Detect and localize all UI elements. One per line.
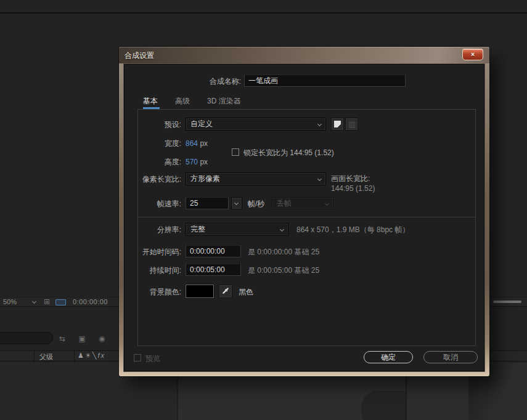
start-timecode-label: 开始时间码: [129, 246, 181, 258]
grid-guides-icon[interactable]: ⊞ [44, 298, 50, 306]
resolution-select[interactable]: 完整 [186, 223, 288, 236]
region-of-interest-icon[interactable] [55, 299, 66, 305]
trash-icon: ▥ [348, 119, 356, 129]
frame-rate-unit: 帧/秒 [248, 198, 264, 210]
width-label: 宽度: [129, 137, 181, 150]
column-divider [74, 351, 75, 361]
app-screen: 50% ⊞ 0:00:00:00 ⇆ ▣ ◉ 父级 ♟☀╲fx 合成设置 × 合… [0, 0, 527, 420]
tab-3d-renderer[interactable]: 3D 渲染器 [207, 95, 241, 107]
frame-aspect-value: 144:95 (1.52) [331, 182, 375, 195]
duration-info: 是 0:00:05:00 基础 25 [248, 264, 319, 277]
pixel-aspect-label: 像素长宽比: [129, 173, 181, 185]
parent-column-header[interactable]: 父级 [39, 352, 53, 361]
resolution-info: 864 x 570，1.9 MB（每 8bpc 帧） [296, 224, 409, 236]
render-settings-icon[interactable]: ◉ [99, 334, 105, 343]
eyedropper-button[interactable] [219, 285, 232, 298]
comp-name-label: 合成名称: [167, 75, 241, 87]
column-divider [34, 351, 35, 361]
zoom-chevron-icon[interactable] [33, 298, 36, 306]
timeline-toolbar: ⇆ ▣ ◉ [59, 334, 121, 343]
delete-preset-button[interactable]: ▥ [345, 118, 358, 131]
graph-shape [361, 391, 406, 420]
background-color-label: 背景颜色: [129, 286, 181, 298]
tab-basic[interactable]: 基本 [143, 95, 158, 107]
transfer-controls-icon[interactable]: ▣ [78, 334, 85, 343]
drop-frame-select: 丢帧 [272, 197, 333, 209]
new-document-icon [334, 121, 341, 127]
width-value[interactable]: 864 px [186, 137, 208, 150]
comp-name-input[interactable]: 一笔成画 [244, 75, 406, 87]
menu-bar [0, 0, 527, 14]
frame-rate-label: 帧速率: [129, 198, 181, 210]
ok-button[interactable]: 确定 [364, 351, 413, 363]
shy-icon[interactable]: ♟ [78, 352, 85, 359]
preview-label: 预览 [145, 352, 160, 365]
dialog-title-bar[interactable]: 合成设置 × [119, 47, 489, 63]
lock-aspect-checkbox[interactable] [232, 148, 239, 156]
lock-aspect-label: 锁定长宽比为 144:95 (1.52) [243, 147, 334, 159]
composition-settings-dialog: 合成设置 × 合成名称: 一笔成画 基本 高级 3D 渲染器 预设: 自定义 ▥… [119, 47, 489, 376]
section-separator [138, 217, 475, 217]
viewer-scrollbar[interactable] [493, 301, 521, 303]
cancel-button[interactable]: 取消 [423, 351, 478, 363]
preset-select[interactable]: 自定义 [186, 118, 326, 131]
viewer-timecode[interactable]: 0:00:00:00 [73, 298, 108, 306]
timeline-search-input[interactable] [0, 332, 53, 344]
close-icon[interactable]: × [462, 49, 483, 60]
frame-rate-dropdown-button[interactable] [231, 197, 242, 209]
duration-input[interactable]: 0:00:05:00 [186, 264, 241, 276]
dialog-title: 合成设置 [125, 50, 154, 61]
save-preset-button[interactable] [331, 118, 344, 131]
dialog-body: 合成名称: 一笔成画 基本 高级 3D 渲染器 预设: 自定义 ▥ 宽度: 86… [123, 63, 485, 372]
parent-link-icon[interactable]: ⇆ [59, 334, 65, 343]
resolution-label: 分辨率: [129, 224, 181, 236]
background-color-swatch[interactable] [186, 285, 214, 298]
duration-label: 持续时间: [129, 264, 181, 277]
background-color-name: 黑色 [239, 286, 253, 298]
motion-blur-icon[interactable]: ☀ [85, 352, 92, 359]
tab-advanced[interactable]: 高级 [175, 95, 190, 107]
layer-switches-header: ♟☀╲fx [78, 352, 105, 360]
eyedropper-icon [221, 287, 230, 296]
preset-label: 预设: [129, 118, 181, 131]
pixel-aspect-select[interactable]: 方形像素 [186, 172, 326, 185]
zoom-level-select[interactable]: 50% [3, 298, 17, 306]
height-value[interactable]: 570 px [186, 156, 208, 168]
start-timecode-input[interactable]: 0:00:00:00 [186, 245, 241, 257]
start-timecode-info: 是 0:00:00:00 基础 25 [248, 246, 319, 258]
preview-checkbox [134, 354, 141, 361]
fx-icon[interactable]: fx [97, 352, 105, 359]
height-label: 高度: [129, 156, 181, 168]
frame-rate-input[interactable]: 25 [186, 197, 229, 209]
